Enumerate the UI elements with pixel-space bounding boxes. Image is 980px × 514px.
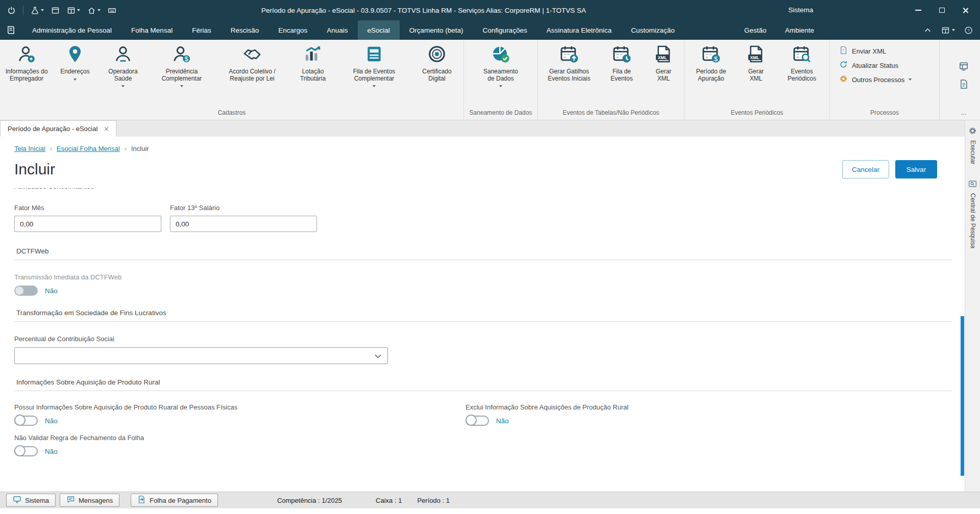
help-icon[interactable] [964,26,973,35]
ribbon-item-informacoes-do-empregador[interactable]: Informações do Empregador [1,40,52,83]
power-icon[interactable] [5,5,18,16]
ribbon-item-previdencia-complementar[interactable]: Previdência Complementar [148,40,215,88]
fator-mes-label: Fator Mês [14,204,161,212]
ribbon-item-enviar-xml[interactable]: Enviar XML [839,46,886,56]
divider [23,5,23,15]
ribbon-group-label: Saneamento de Dados [465,107,536,120]
handshake-icon [242,44,262,65]
ribbon-item-gerar-gatilhos[interactable]: Gerar Gatilhos Eventos Iniciais [539,40,599,83]
menu-tab-esocial[interactable]: eSocial [358,20,400,40]
ribbon-item-periodo-de-apuracao[interactable]: Período de Apuração [685,40,737,83]
ribbon-item-acordo-coletivo[interactable]: Acordo Coletivo / Reajuste por Lei [215,40,289,83]
breadcrumb-current: Incluir [131,145,149,152]
statusbar-button-label: Folha de Pagamento [150,497,211,504]
section-divider [14,260,952,260]
menu-tab-encargos[interactable]: Encargos [268,20,317,40]
ribbon-item-lotacao-tributaria[interactable]: Lotação Tributária [289,40,337,83]
app-logo-icon[interactable] [0,20,22,40]
menu-tab-ambiente[interactable]: Ambiente [780,20,819,40]
menu-tab-ferias[interactable]: Férias [182,20,221,40]
menu-tab-anuais[interactable]: Anuais [317,20,357,40]
menu-tab-folha-mensal[interactable]: Folha Mensal [121,20,182,40]
save-button[interactable]: Salvar [895,160,937,178]
close-tab-icon[interactable] [104,126,109,132]
toggle-value: Não [45,448,58,455]
cancel-button[interactable]: Cancelar [842,160,889,178]
keyboard-icon[interactable] [106,5,118,16]
window-menu-icon[interactable] [49,5,62,16]
breadcrumb-link-tela-inicial[interactable]: Tela Inicial [14,145,45,152]
ribbon-item-gerar-xml-periodicos[interactable]: Gerar XML [737,40,775,83]
ribbon-item-label: Fila de Eventos Complementar [349,68,400,82]
transmissao-toggle[interactable] [14,286,38,296]
percentual-select[interactable] [14,347,388,364]
breadcrumb: Tela Inicial › Esocial Folha Mensal › In… [0,137,965,152]
ribbon-item-enderecos[interactable]: Endereços [52,40,98,82]
menu-tab-rescisao[interactable]: Rescisão [221,20,269,40]
statusbar-button-sistema[interactable]: Sistema [6,494,56,507]
ribbon-item-operadora-saude[interactable]: Operadora Saúde [98,40,148,88]
statusbar-button-mensagens[interactable]: Mensagens [60,494,119,507]
calendar-search-icon [792,44,812,65]
minimize-button[interactable] [906,0,930,20]
possui-info-toggle[interactable] [14,416,38,426]
tab-sistema[interactable]: Sistema [730,0,872,20]
statusbar-info-caixa: Caixa : 1 [376,497,402,504]
statusbar-info-periodo: Período : 1 [417,497,450,504]
ribbon-item-fila-de-eventos[interactable]: Fila de Eventos [599,40,644,83]
section-divider [14,321,952,322]
ribbon-item-atualizar-status[interactable]: Atualizar Status [839,60,898,70]
scrollbar-thumb[interactable] [961,316,964,476]
home-icon[interactable] [85,5,103,16]
ribbon-item-gerar-xml-tabelas[interactable]: Gerar XML [644,40,683,83]
tab-periodo-de-apuracao-esocial[interactable]: Período de Apuração - eSocial [0,120,116,137]
ribbon-group-cadastros: Informações do Empregador Endereços Oper… [0,40,464,120]
workspace: Período de Apuração - eSocial Tela Inici… [0,120,980,492]
gear-icon [839,74,848,85]
ribbon-group-label: Eventos de Tabelas/Não Periódicos [539,107,683,120]
ribbon-item-eventos-periodicos[interactable]: Eventos Periódicos [775,40,828,83]
breadcrumb-link-esocial-folha-mensal[interactable]: Esocial Folha Mensal [57,145,120,152]
statusbar-button-folha-de-pagamento[interactable]: Folha de Pagamento [131,494,218,507]
ribbon-item-label: Gerar XML [653,68,674,82]
menu-tab-gestao[interactable]: Gestão [739,20,772,40]
collapse-ribbon-icon[interactable] [923,26,932,35]
ribbon-item-label: Fila de Eventos [607,68,636,82]
nao-validar-toggle[interactable] [14,446,38,456]
right-sidebar: Executar Central de Pesquisa [965,120,980,492]
ribbon-group-eventos-tabelas: Gerar Gatilhos Eventos Iniciais Fila de … [538,40,684,120]
ribbon-item-outros-processos[interactable]: Outros Processos [839,74,912,85]
report-document-icon[interactable] [959,79,969,91]
maximize-button[interactable] [930,0,953,20]
exclui-info-toggle[interactable] [465,416,489,426]
pie-check-icon [491,44,510,65]
close-button[interactable] [953,0,977,20]
window-layout-icon[interactable] [65,5,82,16]
chevron-down-icon [375,354,381,358]
menu-tab-orcamento-beta[interactable]: Orçamento (beta) [400,20,473,40]
ribbon-group-label: Processos [831,107,938,120]
ribbon-group-eventos-periodicos: Período de Apuração Gerar XML Eventos Pe… [684,40,830,120]
section-header: DCTFWeb [14,247,952,255]
sidebar-item-executar[interactable]: Executar [968,126,977,164]
menubar-right-icons [923,20,973,40]
menu-tab-customizacao[interactable]: Customização [621,20,684,40]
ribbon-item-fila-eventos-complementar[interactable]: Fila de Eventos Complementar [337,40,411,88]
window-split-icon[interactable] [941,26,955,35]
person-icon [113,44,133,65]
fator-13-input[interactable] [170,216,317,232]
menu-tab-administracao-de-pessoal[interactable]: Administração de Pessoal [22,20,121,40]
window-views-icon[interactable] [959,61,969,73]
ribbon-item-certificado-digital[interactable]: Certificado Digital [411,40,462,83]
sidebar-item-central-de-pesquisa[interactable]: Central de Pesquisa [968,179,977,248]
fator-mes-field: Fator Mês [14,204,161,232]
menu-tab-configuracoes[interactable]: Configurações [473,20,537,40]
flask-icon[interactable] [29,5,46,16]
menu-tab-assinatura-eletronica[interactable]: Assinatura Eletrônica [537,20,622,40]
ribbon-item-saneamento-de-dados[interactable]: Saneamento de Dados [465,40,536,88]
ribbon-more-button[interactable]: ... [948,107,979,120]
fator-mes-input[interactable] [14,216,161,232]
page-content: Tela Inicial › Esocial Folha Mensal › In… [0,137,965,492]
section-divider [14,391,952,391]
section-header: Transformação em Sociedade de Fins Lucra… [14,309,952,317]
